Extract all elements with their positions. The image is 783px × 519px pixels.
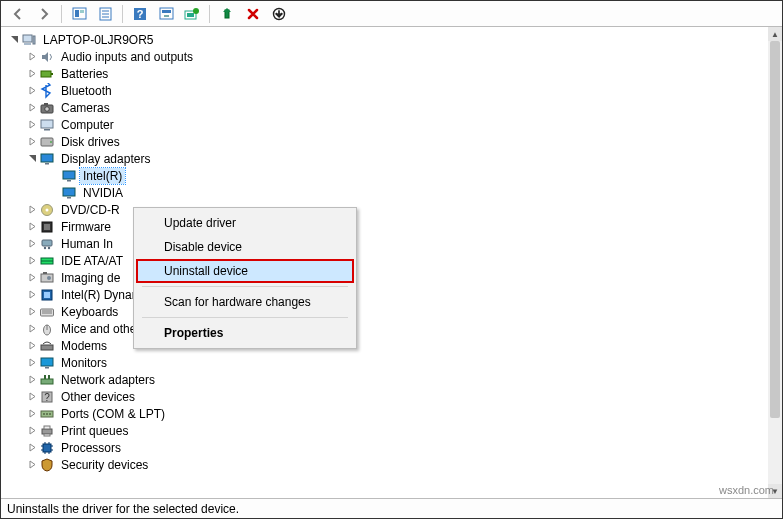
expand-icon[interactable] (25, 203, 39, 217)
device-tree[interactable]: LAPTOP-0LJR9OR5Audio inputs and outputsB… (1, 27, 768, 498)
tree-item-label: Computer (58, 117, 117, 133)
show-hidden-button[interactable] (67, 3, 91, 25)
tree-category[interactable]: Cameras (7, 99, 768, 116)
tree-item-label: Processors (58, 440, 124, 456)
expand-icon[interactable] (25, 407, 39, 421)
tree-category[interactable]: Ports (COM & LPT) (7, 405, 768, 422)
context-menu-item[interactable]: Properties (136, 321, 354, 345)
expand-icon[interactable] (25, 373, 39, 387)
properties-button[interactable] (93, 3, 117, 25)
svg-rect-39 (42, 240, 52, 246)
forward-button[interactable] (32, 3, 56, 25)
svg-text:?: ? (44, 392, 50, 403)
expand-icon[interactable] (25, 84, 39, 98)
expand-icon[interactable] (25, 220, 39, 234)
network-icon (39, 372, 55, 388)
help-button[interactable]: ? (128, 3, 152, 25)
expand-icon[interactable] (25, 118, 39, 132)
tree-category[interactable]: Intel(R) Dynamic Platform and Thermal Fr… (7, 286, 768, 303)
expand-icon[interactable] (25, 67, 39, 81)
tree-device[interactable]: Intel(R) (7, 167, 768, 184)
svg-point-65 (49, 413, 51, 415)
tree-category[interactable]: Firmware (7, 218, 768, 235)
tree-category[interactable]: Modems (7, 337, 768, 354)
tree-category[interactable]: IDE ATA/AT (7, 252, 768, 269)
collapse-icon[interactable] (7, 33, 21, 47)
display-icon (61, 168, 77, 184)
context-menu-item[interactable]: Update driver (136, 211, 354, 235)
expand-icon[interactable] (25, 288, 39, 302)
tree-category[interactable]: Mice and other pointing devices (7, 320, 768, 337)
expand-icon[interactable] (25, 424, 39, 438)
tree-category[interactable]: Bluetooth (7, 82, 768, 99)
svg-rect-33 (63, 188, 75, 196)
vertical-scrollbar[interactable]: ▲ ▼ (768, 27, 782, 498)
expand-icon[interactable] (25, 322, 39, 336)
expand-icon[interactable] (25, 458, 39, 472)
tree-item-label: Bluetooth (58, 83, 115, 99)
svg-rect-13 (187, 13, 194, 17)
tree-category[interactable]: Human In (7, 235, 768, 252)
tree-category[interactable]: Network adapters (7, 371, 768, 388)
tree-device[interactable]: NVIDIA (7, 184, 768, 201)
back-button[interactable] (6, 3, 30, 25)
tree-item-label: NVIDIA (80, 185, 126, 201)
svg-rect-48 (44, 292, 50, 298)
context-menu-item[interactable]: Scan for hardware changes (136, 290, 354, 314)
tree-category[interactable]: Keyboards (7, 303, 768, 320)
tree-root[interactable]: LAPTOP-0LJR9OR5 (7, 31, 768, 48)
svg-rect-32 (67, 180, 71, 182)
scroll-up-button[interactable]: ▲ (768, 27, 782, 41)
keyboard-icon (39, 304, 55, 320)
tree-category[interactable]: Security devices (7, 456, 768, 473)
disable-button[interactable] (267, 3, 291, 25)
svg-rect-29 (41, 154, 53, 162)
tree-category[interactable]: Imaging de (7, 269, 768, 286)
svg-rect-38 (44, 224, 50, 230)
expand-icon[interactable] (25, 441, 39, 455)
tree-item-label: Security devices (58, 457, 151, 473)
mouse-icon (39, 321, 55, 337)
tree-category[interactable]: Audio inputs and outputs (7, 48, 768, 65)
svg-rect-18 (33, 36, 35, 44)
context-menu-item[interactable]: Uninstall device (136, 259, 354, 283)
tree-category[interactable]: Batteries (7, 65, 768, 82)
tree-category[interactable]: Print queues (7, 422, 768, 439)
scroll-down-button[interactable]: ▼ (768, 484, 782, 498)
svg-rect-24 (44, 103, 48, 105)
scan-button[interactable] (154, 3, 178, 25)
svg-rect-9 (160, 8, 173, 19)
tree-category[interactable]: Processors (7, 439, 768, 456)
expand-icon[interactable] (25, 135, 39, 149)
expand-icon[interactable] (25, 271, 39, 285)
expand-icon[interactable] (25, 50, 39, 64)
expand-icon[interactable] (25, 339, 39, 353)
tree-category[interactable]: Monitors (7, 354, 768, 371)
tree-item-label: Display adapters (58, 151, 153, 167)
scroll-track[interactable] (768, 41, 782, 484)
expand-icon[interactable] (25, 101, 39, 115)
expand-icon[interactable] (25, 237, 39, 251)
tree-item-label: Human In (58, 236, 116, 252)
uninstall-button[interactable] (241, 3, 265, 25)
tree-category[interactable]: Disk drives (7, 133, 768, 150)
expand-icon[interactable] (25, 254, 39, 268)
tree-category[interactable]: DVD/CD-R (7, 201, 768, 218)
expand-icon[interactable] (25, 356, 39, 370)
update-driver-button[interactable] (180, 3, 204, 25)
tree-category[interactable]: ?Other devices (7, 388, 768, 405)
port-icon (39, 406, 55, 422)
context-menu-item[interactable]: Disable device (136, 235, 354, 259)
toolbar: ? (1, 1, 782, 27)
tree-category[interactable]: Computer (7, 116, 768, 133)
expand-icon[interactable] (25, 390, 39, 404)
expand-icon[interactable] (25, 305, 39, 319)
collapse-icon[interactable] (25, 152, 39, 166)
enable-button[interactable] (215, 3, 239, 25)
scroll-thumb[interactable] (770, 41, 780, 418)
tree-item-label: Other devices (58, 389, 138, 405)
tree-item-label: Monitors (58, 355, 110, 371)
tree-category[interactable]: Display adapters (7, 150, 768, 167)
tree-area: LAPTOP-0LJR9OR5Audio inputs and outputsB… (1, 27, 782, 498)
tree-item-label: Network adapters (58, 372, 158, 388)
